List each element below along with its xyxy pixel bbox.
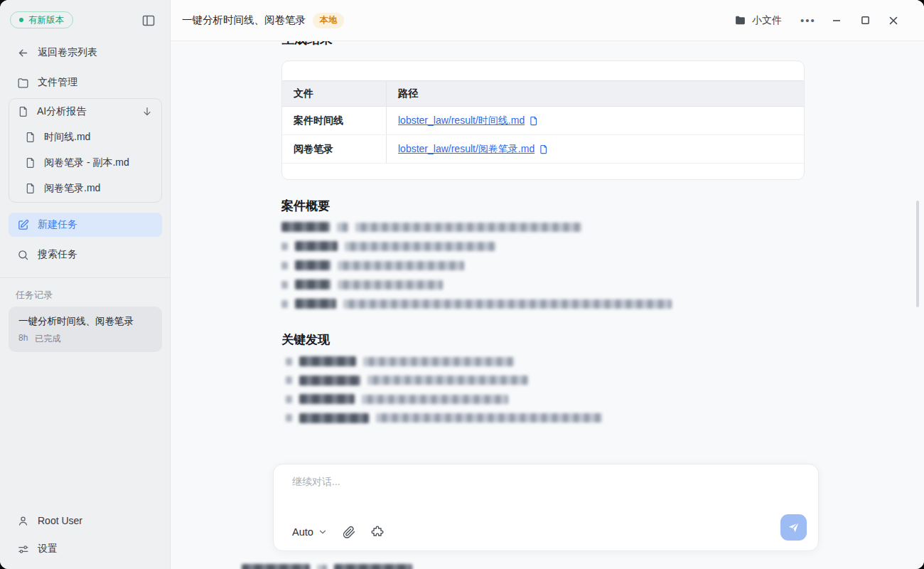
folder-icon: [17, 77, 29, 89]
settings-label: 设置: [38, 543, 58, 555]
table-header-row: 文件 路径: [282, 80, 804, 107]
attachment-paperclip-icon[interactable]: [342, 525, 356, 539]
task-duration: 8h: [18, 333, 28, 345]
sidebar-item-new-task[interactable]: 新建任务: [9, 213, 162, 237]
close-button[interactable]: [883, 11, 904, 31]
sidebar-item-search-task[interactable]: 搜索任务: [9, 243, 162, 266]
case-summary-heading: 案件概要: [281, 198, 330, 214]
redacted-line: [242, 563, 412, 569]
settings-sliders-icon: [17, 543, 29, 555]
case-summary-redacted-text: [281, 221, 672, 309]
open-file-icon: [539, 144, 549, 154]
user-icon: [17, 515, 29, 527]
file-name-cell: 案件时间线: [282, 107, 386, 134]
model-selector[interactable]: Auto: [292, 526, 328, 538]
redacted-line: [286, 356, 602, 367]
titlebar: 一键分析时间线、阅卷笔录 本地 小文件 •••: [171, 0, 924, 41]
result-file-link[interactable]: lobster_law/result/阅卷笔录.md: [398, 143, 549, 156]
document-icon: [25, 132, 36, 143]
chat-input-placeholder: 继续对话...: [292, 476, 340, 489]
more-menu-icon[interactable]: •••: [797, 11, 819, 31]
new-task-label: 新建任务: [38, 218, 77, 231]
send-button[interactable]: [780, 514, 807, 541]
result-file-link[interactable]: lobster_law/result/时间线.md: [398, 115, 539, 127]
document-icon: [25, 157, 36, 169]
sidebar: 有新版本 返回卷宗列表 文件管理 AI分析报告: [0, 0, 171, 569]
redacted-line: [281, 221, 672, 233]
local-badge: 本地: [313, 13, 344, 28]
document-icon: [18, 106, 29, 117]
main-panel: 一键分析时间线、阅卷笔录 本地 小文件 •••: [171, 0, 924, 569]
redacted-line: [286, 393, 602, 405]
results-heading: 生成结果: [281, 41, 333, 48]
task-title: 一键分析时间线、阅卷笔录: [18, 315, 152, 328]
plugins-puzzle-icon[interactable]: [370, 525, 385, 539]
divider: [0, 277, 171, 278]
content-scroll-area: 生成结果 文件 路径 案件时间线 lobster_law/result/时间线.…: [171, 41, 924, 569]
task-status: 已完成: [35, 333, 60, 345]
document-icon: [25, 183, 36, 194]
green-dot-icon: [19, 18, 23, 22]
sidebar-item-report-file[interactable]: 时间线.md: [9, 124, 161, 150]
clipped-footer-redacted-text: [242, 563, 412, 569]
update-available-badge[interactable]: 有新版本: [10, 11, 73, 28]
chevron-down-icon: [318, 527, 328, 537]
redacted-line: [281, 260, 672, 271]
report-file-label: 时间线.md: [44, 131, 90, 144]
maximize-button[interactable]: [854, 11, 876, 31]
ai-report-group: AI分析报告 时间线.md 阅卷笔录 - 副本.md: [9, 98, 162, 203]
redacted-line: [286, 413, 602, 424]
small-files-label: 小文件: [752, 14, 782, 27]
file-name-cell: 阅卷笔录: [282, 135, 386, 163]
sidebar-item-user[interactable]: Root User: [9, 509, 162, 532]
redacted-line: [281, 240, 672, 252]
user-label: Root User: [38, 515, 82, 526]
minimize-button[interactable]: [826, 11, 847, 31]
edit-icon: [17, 219, 29, 231]
sidebar-item-ai-report[interactable]: AI分析报告: [9, 99, 161, 124]
folder-filled-icon: [734, 14, 746, 26]
col-header-path: 路径: [386, 81, 804, 106]
arrow-left-icon: [17, 47, 29, 59]
results-table: 文件 路径 案件时间线 lobster_law/result/时间线.md: [281, 60, 805, 180]
ai-report-label: AI分析报告: [37, 105, 86, 118]
file-manager-label: 文件管理: [38, 76, 77, 89]
search-icon: [17, 249, 29, 261]
key-findings-redacted-text: [286, 356, 602, 424]
report-file-label: 阅卷笔录.md: [44, 182, 100, 195]
table-row: 阅卷笔录 lobster_law/result/阅卷笔录.md: [282, 135, 804, 164]
app-window: 有新版本 返回卷宗列表 文件管理 AI分析报告: [0, 0, 924, 569]
chat-input-box[interactable]: 继续对话... Auto: [273, 464, 819, 551]
update-badge-label: 有新版本: [28, 14, 64, 26]
search-task-label: 搜索任务: [38, 248, 77, 261]
back-label: 返回卷宗列表: [38, 46, 97, 59]
col-header-file: 文件: [282, 81, 386, 106]
sidebar-item-file-manager[interactable]: 文件管理: [9, 71, 162, 94]
sidebar-toggle-icon[interactable]: [141, 14, 156, 28]
vertical-scrollbar-thumb[interactable]: [916, 201, 919, 307]
sidebar-item-back-to-dossier-list[interactable]: 返回卷宗列表: [9, 41, 162, 64]
table-row: 案件时间线 lobster_law/result/时间线.md: [282, 107, 804, 135]
small-files-button[interactable]: 小文件: [729, 11, 788, 30]
redacted-line: [281, 279, 672, 290]
open-file-icon: [529, 116, 539, 126]
page-title: 一键分析时间线、阅卷笔录: [182, 14, 306, 27]
redacted-line: [281, 298, 672, 309]
report-file-label: 阅卷笔录 - 副本.md: [44, 156, 129, 169]
redacted-line: [286, 375, 602, 386]
sidebar-item-settings[interactable]: 设置: [9, 538, 162, 560]
model-label: Auto: [292, 526, 313, 538]
sidebar-item-report-file[interactable]: 阅卷笔录 - 副本.md: [9, 150, 161, 176]
arrow-down-icon[interactable]: [141, 106, 153, 117]
task-history-item[interactable]: 一键分析时间线、阅卷笔录 8h 已完成: [9, 307, 162, 352]
task-history-label: 任务记录: [16, 289, 53, 302]
sidebar-item-report-file[interactable]: 阅卷笔录.md: [9, 176, 161, 201]
key-findings-heading: 关键发现: [281, 331, 330, 348]
